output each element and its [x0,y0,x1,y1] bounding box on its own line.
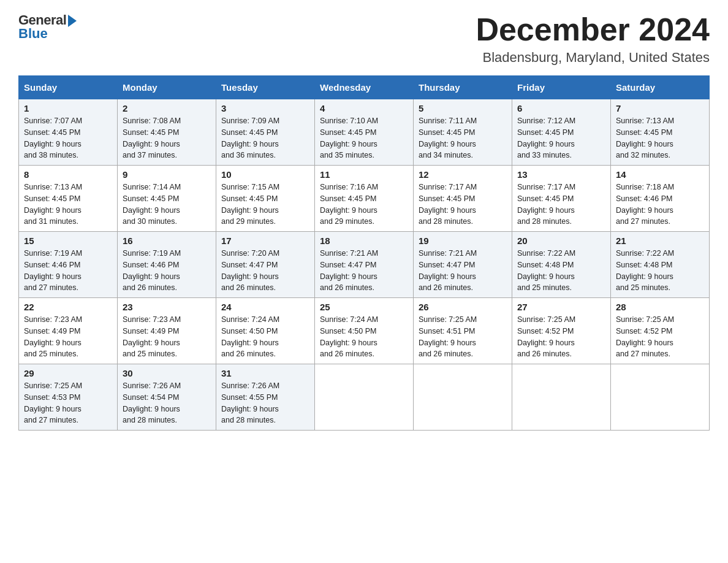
day-number: 12 [419,169,507,180]
day-info: Sunrise: 7:18 AM Sunset: 4:46 PM Dayligh… [616,182,704,228]
day-cell: 10 Sunrise: 7:15 AM Sunset: 4:45 PM Dayl… [216,166,315,232]
day-info: Sunrise: 7:15 AM Sunset: 4:45 PM Dayligh… [221,182,309,228]
header-cell-sunday: Sunday [19,76,118,99]
day-cell: 28 Sunrise: 7:25 AM Sunset: 4:52 PM Dayl… [611,298,710,364]
calendar-table: SundayMondayTuesdayWednesdayThursdayFrid… [18,75,710,431]
day-number: 24 [221,302,309,312]
day-cell [414,364,512,431]
day-info: Sunrise: 7:13 AM Sunset: 4:45 PM Dayligh… [24,182,112,228]
day-cell: 14 Sunrise: 7:18 AM Sunset: 4:46 PM Dayl… [611,166,710,232]
day-number: 11 [320,169,408,180]
logo-blue-text: Blue [18,26,48,42]
day-cell: 2 Sunrise: 7:08 AM Sunset: 4:45 PM Dayli… [118,99,216,166]
day-cell: 16 Sunrise: 7:19 AM Sunset: 4:46 PM Dayl… [118,232,216,298]
calendar-header: SundayMondayTuesdayWednesdayThursdayFrid… [19,76,710,99]
day-number: 19 [419,236,507,246]
day-number: 15 [24,236,112,246]
day-cell: 24 Sunrise: 7:24 AM Sunset: 4:50 PM Dayl… [216,298,315,364]
day-cell: 5 Sunrise: 7:11 AM Sunset: 4:45 PM Dayli… [414,99,512,166]
day-number: 31 [221,368,309,378]
day-cell: 25 Sunrise: 7:24 AM Sunset: 4:50 PM Dayl… [315,298,414,364]
week-row-5: 29 Sunrise: 7:25 AM Sunset: 4:53 PM Dayl… [19,364,710,431]
day-info: Sunrise: 7:23 AM Sunset: 4:49 PM Dayligh… [24,314,112,360]
week-row-1: 1 Sunrise: 7:07 AM Sunset: 4:45 PM Dayli… [19,99,710,166]
day-cell: 31 Sunrise: 7:26 AM Sunset: 4:55 PM Dayl… [216,364,315,431]
header-cell-tuesday: Tuesday [216,76,315,99]
day-cell: 29 Sunrise: 7:25 AM Sunset: 4:53 PM Dayl… [19,364,118,431]
header-cell-thursday: Thursday [414,76,512,99]
week-row-3: 15 Sunrise: 7:19 AM Sunset: 4:46 PM Dayl… [19,232,710,298]
day-number: 20 [517,236,605,246]
day-number: 23 [123,302,211,312]
day-number: 13 [517,169,605,180]
day-info: Sunrise: 7:24 AM Sunset: 4:50 PM Dayligh… [221,314,309,360]
day-info: Sunrise: 7:24 AM Sunset: 4:50 PM Dayligh… [320,314,408,360]
day-cell: 6 Sunrise: 7:12 AM Sunset: 4:45 PM Dayli… [512,99,611,166]
day-info: Sunrise: 7:21 AM Sunset: 4:47 PM Dayligh… [320,248,408,294]
day-info: Sunrise: 7:07 AM Sunset: 4:45 PM Dayligh… [24,115,112,161]
day-info: Sunrise: 7:17 AM Sunset: 4:45 PM Dayligh… [419,182,507,228]
day-cell: 23 Sunrise: 7:23 AM Sunset: 4:49 PM Dayl… [118,298,216,364]
day-number: 28 [616,302,704,312]
day-info: Sunrise: 7:11 AM Sunset: 4:45 PM Dayligh… [419,115,507,161]
day-number: 21 [616,236,704,246]
day-number: 25 [320,302,408,312]
header: General Blue December 2024 Bladensburg, … [18,12,710,66]
title-area: December 2024 Bladensburg, Maryland, Uni… [476,12,710,66]
header-cell-monday: Monday [118,76,216,99]
day-info: Sunrise: 7:19 AM Sunset: 4:46 PM Dayligh… [123,248,211,294]
day-cell: 30 Sunrise: 7:26 AM Sunset: 4:54 PM Dayl… [118,364,216,431]
day-info: Sunrise: 7:26 AM Sunset: 4:54 PM Dayligh… [123,380,211,426]
day-number: 22 [24,302,112,312]
day-info: Sunrise: 7:17 AM Sunset: 4:45 PM Dayligh… [517,182,605,228]
day-cell: 26 Sunrise: 7:25 AM Sunset: 4:51 PM Dayl… [414,298,512,364]
day-cell: 27 Sunrise: 7:25 AM Sunset: 4:52 PM Dayl… [512,298,611,364]
day-cell [611,364,710,431]
day-cell: 20 Sunrise: 7:22 AM Sunset: 4:48 PM Dayl… [512,232,611,298]
day-number: 14 [616,169,704,180]
day-info: Sunrise: 7:22 AM Sunset: 4:48 PM Dayligh… [517,248,605,294]
day-info: Sunrise: 7:19 AM Sunset: 4:46 PM Dayligh… [24,248,112,294]
day-cell [512,364,611,431]
day-cell: 8 Sunrise: 7:13 AM Sunset: 4:45 PM Dayli… [19,166,118,232]
day-info: Sunrise: 7:21 AM Sunset: 4:47 PM Dayligh… [419,248,507,294]
day-cell: 3 Sunrise: 7:09 AM Sunset: 4:45 PM Dayli… [216,99,315,166]
day-cell: 21 Sunrise: 7:22 AM Sunset: 4:48 PM Dayl… [611,232,710,298]
day-number: 26 [419,302,507,312]
day-number: 2 [123,103,211,113]
day-cell: 19 Sunrise: 7:21 AM Sunset: 4:47 PM Dayl… [414,232,512,298]
day-number: 17 [221,236,309,246]
day-info: Sunrise: 7:12 AM Sunset: 4:45 PM Dayligh… [517,115,605,161]
header-cell-friday: Friday [512,76,611,99]
day-info: Sunrise: 7:13 AM Sunset: 4:45 PM Dayligh… [616,115,704,161]
day-info: Sunrise: 7:25 AM Sunset: 4:53 PM Dayligh… [24,380,112,426]
day-cell: 22 Sunrise: 7:23 AM Sunset: 4:49 PM Dayl… [19,298,118,364]
day-info: Sunrise: 7:10 AM Sunset: 4:45 PM Dayligh… [320,115,408,161]
day-cell: 4 Sunrise: 7:10 AM Sunset: 4:45 PM Dayli… [315,99,414,166]
day-info: Sunrise: 7:25 AM Sunset: 4:52 PM Dayligh… [616,314,704,360]
calendar-body: 1 Sunrise: 7:07 AM Sunset: 4:45 PM Dayli… [19,99,710,431]
day-cell: 12 Sunrise: 7:17 AM Sunset: 4:45 PM Dayl… [414,166,512,232]
day-info: Sunrise: 7:22 AM Sunset: 4:48 PM Dayligh… [616,248,704,294]
day-number: 3 [221,103,309,113]
day-info: Sunrise: 7:23 AM Sunset: 4:49 PM Dayligh… [123,314,211,360]
day-info: Sunrise: 7:20 AM Sunset: 4:47 PM Dayligh… [221,248,309,294]
header-cell-saturday: Saturday [611,76,710,99]
day-cell: 13 Sunrise: 7:17 AM Sunset: 4:45 PM Dayl… [512,166,611,232]
day-number: 30 [123,368,211,378]
day-info: Sunrise: 7:25 AM Sunset: 4:52 PM Dayligh… [517,314,605,360]
day-number: 18 [320,236,408,246]
day-cell: 11 Sunrise: 7:16 AM Sunset: 4:45 PM Dayl… [315,166,414,232]
day-cell: 18 Sunrise: 7:21 AM Sunset: 4:47 PM Dayl… [315,232,414,298]
day-number: 29 [24,368,112,378]
week-row-4: 22 Sunrise: 7:23 AM Sunset: 4:49 PM Dayl… [19,298,710,364]
day-number: 16 [123,236,211,246]
header-cell-wednesday: Wednesday [315,76,414,99]
day-number: 1 [24,103,112,113]
day-cell: 7 Sunrise: 7:13 AM Sunset: 4:45 PM Dayli… [611,99,710,166]
day-info: Sunrise: 7:14 AM Sunset: 4:45 PM Dayligh… [123,182,211,228]
day-number: 27 [517,302,605,312]
day-info: Sunrise: 7:09 AM Sunset: 4:45 PM Dayligh… [221,115,309,161]
day-number: 5 [419,103,507,113]
day-number: 8 [24,169,112,180]
